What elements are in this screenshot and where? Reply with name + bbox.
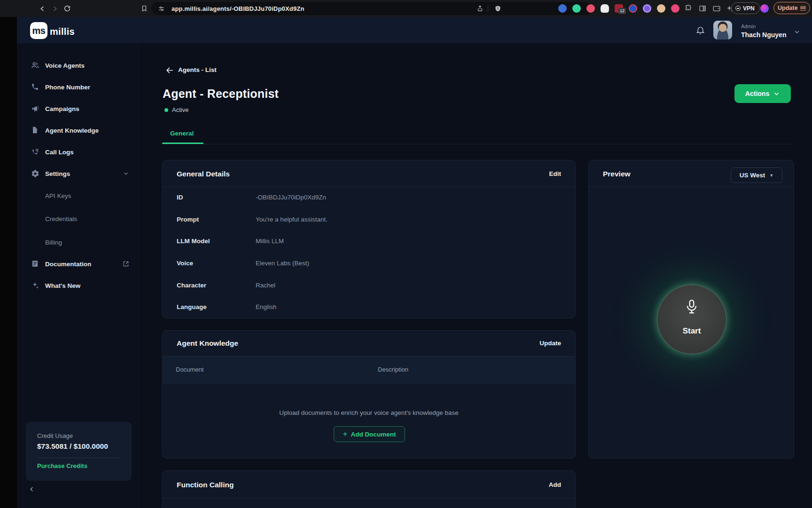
sidebar-label: Agent Knowledge — [45, 127, 99, 134]
sidebar-item-credentials[interactable]: Credentials — [17, 210, 141, 227]
region-value: US West — [740, 172, 765, 179]
sidebar-item-billing[interactable]: Billing — [17, 234, 141, 251]
wallet-icon[interactable] — [712, 4, 721, 13]
extension-green-icon[interactable] — [572, 4, 581, 13]
edit-button[interactable]: Edit — [549, 170, 562, 177]
sidebar-toggle-icon[interactable] — [698, 4, 707, 13]
brave-shield-icon[interactable] — [494, 5, 501, 13]
detail-row-character: Character Rachel — [163, 275, 575, 297]
browser-forward-icon[interactable] — [49, 3, 60, 14]
plus-icon: + — [343, 429, 348, 439]
chevron-down-icon — [773, 90, 780, 97]
megaphone-icon — [31, 104, 39, 113]
sidebar-label: Call Logs — [45, 149, 74, 156]
user-menu-chevron-icon[interactable] — [793, 28, 801, 36]
row-value: Millis LLM — [256, 238, 284, 245]
status-dot — [164, 108, 168, 112]
users-icon — [31, 61, 39, 70]
add-button[interactable]: Add — [549, 481, 561, 488]
extensions-puzzle-icon[interactable] — [684, 4, 693, 13]
url-text: app.millis.ai/agents/-OBIBDJJu70iDp0Xd9Z… — [172, 5, 304, 12]
row-label: Character — [177, 282, 206, 289]
extension-pink-icon[interactable] — [671, 4, 679, 13]
row-label: ID — [177, 194, 183, 201]
divider — [37, 458, 120, 458]
sidebar-item-agent-knowledge[interactable]: Agent Knowledge — [17, 122, 141, 139]
notifications-bell-icon[interactable] — [695, 25, 705, 35]
detail-row-id: ID -OBIBDJJu70iDp0Xd9Zn — [163, 187, 575, 209]
purchase-credits-link[interactable]: Purchase Credits — [37, 462, 87, 469]
update-button[interactable]: Update — [539, 340, 561, 347]
knowledge-table-header: Document Description — [163, 357, 575, 383]
address-bar[interactable]: app.millis.ai/agents/-OBIBDJJu70iDp0Xd9Z… — [151, 2, 592, 15]
column-document: Document — [176, 366, 203, 373]
sidebar-label: Settings — [45, 170, 70, 177]
sidebar-item-api-keys[interactable]: API Keys — [17, 187, 141, 204]
detail-row-llm-model: LLM Model Millis LLM — [163, 231, 575, 253]
browser-update-button[interactable]: Update — [773, 2, 810, 14]
card-header: Function Calling Add — [163, 471, 575, 499]
gear-icon — [31, 169, 39, 178]
sidebar-label: Billing — [45, 239, 62, 246]
brand-logo[interactable]: ms — [30, 22, 47, 39]
sidebar-item-whats-new[interactable]: What's New — [17, 277, 141, 294]
extension-badged-icon[interactable]: 12 — [615, 4, 623, 13]
add-document-label: Add Document — [351, 431, 396, 438]
card-header: General Details Edit — [163, 160, 575, 187]
call-logs-icon — [31, 148, 39, 156]
browser-reload-icon[interactable] — [62, 3, 73, 14]
extension-red-icon[interactable] — [586, 4, 595, 13]
sidebar-label: What's New — [45, 282, 80, 289]
microphone-icon — [685, 299, 699, 315]
update-label: Update — [778, 5, 797, 11]
vpn-label: VPN — [743, 5, 755, 12]
tab-general[interactable]: General — [170, 130, 194, 137]
card-title: Function Calling — [177, 481, 234, 489]
share-icon[interactable] — [476, 5, 484, 12]
actions-button[interactable]: Actions — [734, 84, 791, 103]
bookmark-icon[interactable] — [139, 3, 150, 14]
sidebar-label: Documentation — [45, 261, 91, 268]
sidebar-collapse-icon[interactable] — [28, 485, 36, 493]
sidebar-item-call-logs[interactable]: Call Logs — [17, 143, 141, 160]
row-label: Language — [177, 303, 207, 310]
extension-avatar-icon[interactable] — [657, 4, 665, 13]
sidebar-item-voice-agents[interactable]: Voice Agents — [17, 57, 141, 74]
row-value: English — [256, 303, 276, 310]
sidebar-item-phone-number[interactable]: Phone Number — [17, 79, 141, 95]
sidebar-item-campaigns[interactable]: Campaigns — [17, 100, 141, 117]
extension-cloud-icon[interactable] — [601, 4, 609, 13]
sidebar-label: Voice Agents — [45, 62, 85, 69]
detail-row-prompt: Prompt You're a helpful assistant. — [163, 209, 575, 231]
add-document-button[interactable]: + Add Document — [334, 426, 405, 442]
profile-avatar-icon[interactable] — [760, 4, 769, 13]
browser-back-icon[interactable] — [37, 3, 48, 14]
region-select[interactable]: US West ▼ — [731, 167, 782, 183]
credit-usage-box: Credit Usage $73.5081 / $100.0000 Purcha… — [26, 422, 132, 481]
back-arrow-icon[interactable] — [165, 66, 174, 75]
start-call-button[interactable]: Start — [657, 285, 726, 354]
sidebar-item-settings[interactable]: Settings — [17, 165, 141, 182]
vpn-button[interactable]: VPN — [731, 2, 760, 14]
extension-blocked-icon[interactable] — [629, 4, 637, 13]
document-lines-icon — [31, 260, 39, 268]
user-avatar[interactable] — [713, 21, 732, 40]
row-label: Prompt — [177, 216, 199, 223]
credit-usage-label: Credit Usage — [37, 432, 73, 439]
brand-name[interactable]: millis — [50, 26, 75, 37]
vpn-icon — [735, 6, 741, 11]
user-name: Thach Nguyen — [741, 31, 786, 39]
site-settings-icon[interactable] — [158, 5, 165, 12]
sidebar-label: Phone Number — [45, 84, 90, 91]
breadcrumb[interactable]: Agents - List — [178, 66, 217, 73]
chevron-down-icon[interactable] — [123, 170, 129, 177]
card-title: General Details — [177, 170, 230, 178]
knowledge-empty-text: Upload documents to enrich your voice ag… — [163, 409, 575, 416]
divider — [162, 144, 794, 144]
extension-purple-icon[interactable] — [643, 4, 651, 13]
sidebar-item-documentation[interactable]: Documentation — [17, 255, 141, 272]
divider — [488, 5, 488, 12]
extension-shield-icon[interactable] — [558, 4, 567, 13]
sparkles-icon — [31, 281, 39, 290]
agent-knowledge-card: Agent Knowledge Update Document Descript… — [162, 330, 576, 459]
